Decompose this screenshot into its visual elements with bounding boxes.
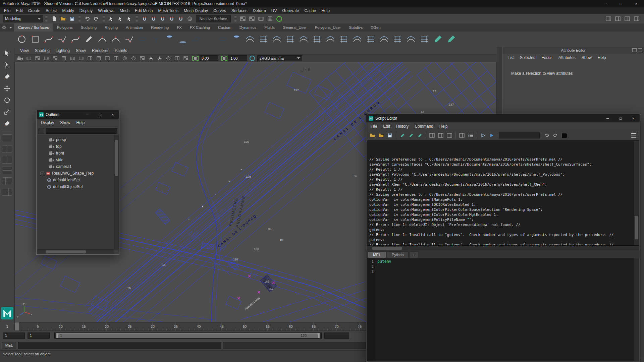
snippet-pane-button[interactable] xyxy=(458,132,466,139)
history-pane-layout-button[interactable] xyxy=(428,132,436,139)
close-icon[interactable]: × xyxy=(629,0,644,7)
outliner-item-top[interactable]: top xyxy=(37,143,114,150)
outliner-item-camera1[interactable]: camera1 xyxy=(37,163,114,170)
outliner-menu-item[interactable]: Display xyxy=(38,120,57,125)
shelf-tab[interactable]: Custom xyxy=(214,23,235,32)
snap-curve-button[interactable] xyxy=(149,15,158,23)
shelf-nurbs-circle-button[interactable] xyxy=(15,33,28,46)
shelf-tab[interactable]: Sculpting xyxy=(77,23,101,32)
shelf-detach-button[interactable] xyxy=(337,33,350,46)
script-input-editor[interactable]: putenv xyxy=(375,258,634,361)
shelf-nurbs-cone-button[interactable] xyxy=(176,33,189,46)
script-editor-titlebar[interactable]: Script Editor ─ □ × xyxy=(366,114,640,122)
shelf-insert-isoparm-button[interactable] xyxy=(351,33,363,46)
show-both-button[interactable] xyxy=(416,132,423,139)
snap-projected-center-button[interactable] xyxy=(167,15,176,23)
paint-select-tool-button[interactable] xyxy=(2,72,12,81)
show-history-button[interactable] xyxy=(398,132,406,139)
history-horizontal-scrollbar[interactable] xyxy=(367,246,639,250)
maximize-icon[interactable]: □ xyxy=(613,0,629,7)
attribute-editor-menu-item[interactable]: List xyxy=(504,55,517,60)
menu-item[interactable]: Help xyxy=(319,8,332,13)
render-current-frame-button[interactable] xyxy=(257,15,265,23)
shelf-revolve-button[interactable] xyxy=(270,33,283,46)
ipr-render-button[interactable] xyxy=(266,15,274,23)
panel-menu-item[interactable]: View xyxy=(17,48,32,53)
filter-icon[interactable] xyxy=(38,128,44,134)
shelf-open-close-button[interactable] xyxy=(364,33,377,46)
shelf-attach-button[interactable] xyxy=(324,33,336,46)
shelf-bezier-curve-button[interactable] xyxy=(69,33,82,46)
menu-item[interactable]: Mesh Display xyxy=(181,8,211,13)
scrollbar-thumb[interactable] xyxy=(635,216,638,239)
group-divider-handle[interactable] xyxy=(136,15,138,22)
select-object-button[interactable] xyxy=(116,15,124,23)
layout-single-pane-button[interactable] xyxy=(2,134,12,142)
menu-item[interactable]: Curves xyxy=(211,8,229,13)
maximize-icon[interactable]: □ xyxy=(94,110,106,119)
menu-item[interactable]: Cache xyxy=(302,8,319,13)
exposure-field[interactable]: 0.00 xyxy=(200,55,218,61)
layout-two-pane-side-button[interactable] xyxy=(2,156,12,164)
image-plane-button[interactable] xyxy=(51,55,59,61)
layout-four-pane-button[interactable] xyxy=(2,145,12,153)
use-all-lights-button[interactable] xyxy=(147,55,155,61)
history-vertical-scrollbar[interactable] xyxy=(634,141,639,245)
outliner-item-persp[interactable]: persp xyxy=(37,136,114,143)
group-divider-handle[interactable] xyxy=(78,15,80,22)
select-hierarchy-button[interactable] xyxy=(107,15,115,23)
open-render-view-button[interactable] xyxy=(248,15,256,23)
film-gate-button[interactable] xyxy=(68,55,76,61)
outliner-menu-item[interactable]: Show xyxy=(57,120,73,125)
shaded-display-button[interactable] xyxy=(129,55,137,61)
shelf-tab[interactable]: Rendering xyxy=(147,23,173,32)
shelf-tab[interactable]: FX Caching xyxy=(186,23,214,32)
shelf-nurbs-cylinder-button[interactable] xyxy=(163,33,175,46)
group-divider-handle[interactable] xyxy=(234,15,236,22)
shelf-wire-tool-button[interactable] xyxy=(445,33,457,46)
close-icon[interactable]: × xyxy=(106,110,119,119)
shelf-intersect-button[interactable] xyxy=(378,33,390,46)
gamma-field[interactable]: 1.00 xyxy=(228,55,247,61)
outliner-item-side[interactable]: side xyxy=(37,157,114,163)
menu-item[interactable]: Display xyxy=(77,8,95,13)
split-pane-layout-button[interactable] xyxy=(446,132,453,139)
attribute-editor-menu-item[interactable]: Attributes xyxy=(555,55,579,60)
menu-item[interactable]: Edit xyxy=(13,8,25,13)
command-language-button[interactable]: MEL xyxy=(2,342,16,349)
shelf-arc-3pt-button[interactable] xyxy=(109,33,122,46)
color-management-icon[interactable] xyxy=(250,56,255,61)
last-tool-slot-button[interactable] xyxy=(2,119,12,128)
gamma-toggle-icon[interactable] xyxy=(221,56,227,61)
toggle-tool-settings-button[interactable] xyxy=(613,15,622,23)
safe-action-button[interactable] xyxy=(103,55,111,61)
shelf-nurbs-square-button[interactable] xyxy=(29,33,41,46)
shelf-tab[interactable]: Dynamics xyxy=(235,23,260,32)
menu-item[interactable]: Mesh Tools xyxy=(156,8,181,13)
menu-item[interactable]: Modify xyxy=(59,8,76,13)
attribute-editor-menu-item[interactable]: Focus xyxy=(538,55,555,60)
source-script-button[interactable] xyxy=(377,132,385,139)
construction-history-toggle[interactable] xyxy=(239,15,247,23)
script-editor-tab[interactable]: MEL xyxy=(368,251,386,258)
menu-item[interactable]: Edit Mesh xyxy=(132,8,155,13)
textured-display-button[interactable] xyxy=(138,55,146,61)
shelf-tab[interactable]: XGen xyxy=(367,23,384,32)
shelf-nurbs-cube-button[interactable] xyxy=(150,33,162,46)
shelf-cv-curve-button[interactable] xyxy=(42,33,55,46)
load-script-button[interactable] xyxy=(369,132,376,139)
group-divider-handle[interactable] xyxy=(103,15,105,22)
playback-end-field[interactable] xyxy=(324,333,349,339)
attribute-editor-menu-item[interactable]: Selected xyxy=(517,55,539,60)
outliner-search-input[interactable] xyxy=(46,128,117,134)
execute-all-button[interactable] xyxy=(488,132,495,139)
render-settings-button[interactable] xyxy=(275,15,283,23)
undock-icon[interactable] xyxy=(632,48,637,52)
camera-attributes-button[interactable] xyxy=(34,55,41,61)
shelf-sphere-poly-button[interactable] xyxy=(217,33,229,46)
make-live-button[interactable] xyxy=(185,15,194,23)
safe-title-button[interactable] xyxy=(112,55,120,61)
search-down-button[interactable] xyxy=(543,132,550,139)
menu-item[interactable]: Generate xyxy=(279,8,302,13)
shelf-loft-button[interactable] xyxy=(244,33,256,46)
